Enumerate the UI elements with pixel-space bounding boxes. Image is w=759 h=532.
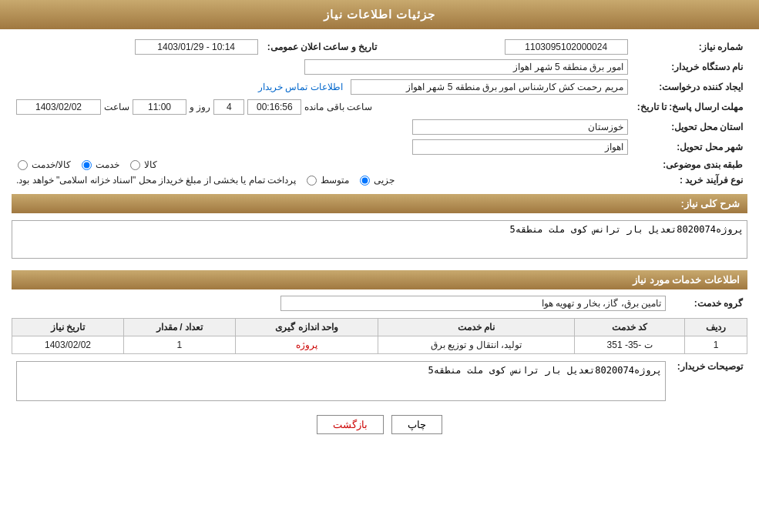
noefarayand-jozee-radio[interactable] [360,176,370,186]
ijadKonande-link[interactable]: اطلاعات تماس خریدار [258,82,343,92]
noefarayand-motovaset-label: متوسط [321,175,349,186]
khedmat-section-title: اطلاعات خدمات مورد نیاز [633,274,740,286]
tabaqe-khedmat-item: خدمت [80,159,119,170]
sharh-textarea[interactable] [12,220,747,259]
shahr-label: شهر محل تحویل: [633,137,747,157]
noefarayand-jozee-item: جزیی [358,175,395,186]
tosifat-textarea[interactable] [16,361,666,401]
grohe-khedmat-value: تامین برق، گاز، بخار و تهویه هوا [12,293,670,313]
tosifat-label: توصیحات خریدار: [670,359,747,406]
page-wrapper: جزئیات اطلاعات نیاز شماره نیاز: 11030951… [0,0,759,532]
row-shahr: شهر محل تحویل: اهواز [12,137,747,157]
tabaqe-kala-radio[interactable] [130,160,140,170]
noefarayand-motovaset-radio[interactable] [307,176,317,186]
cell-vahed: پروژه [235,336,378,354]
namDastgah-value: امور برق منطقه 5 شهر اهواز [12,57,633,77]
buttons-row: چاپ بازگشت [12,415,747,434]
tabaqe-kala-label: کالا [144,159,157,170]
tabaqe-kala-item: کالا [129,159,157,170]
khedmat-section-header: اطلاعات خدمات مورد نیاز [12,270,747,289]
ostan-input: خوزستان [412,119,628,135]
tabaqe-kala-khedmat-label: کالا/خدمت [32,159,71,170]
mohlat-days: 4 [213,99,244,115]
col-radif: ردیف [685,319,747,336]
service-table-body: 1 ت -35- 351 تولید، انتقال و توزیع برق پ… [12,336,747,354]
tabaqe-value: کالا/خدمت خدمت کالا [12,157,633,172]
row-tabaqe: طبقه بندی موضوعی: کالا/خدمت خدمت کالا [12,157,747,172]
tarikh-input: 1403/01/29 - 10:14 [135,39,258,55]
shomareNiaz-input: 1103095102000024 [505,39,628,55]
sharh-content [12,217,747,264]
grohe-khedmat-label: گروه خدمت: [670,293,747,313]
mohlat-time-label: ساعت [104,102,129,112]
row-mohlat: مهلت ارسال پاسخ: تا تاریخ: 1403/02/02 سا… [12,97,747,117]
main-content: شماره نیاز: 1103095102000024 تاریخ و ساع… [0,29,759,451]
namDastgah-input: امور برق منطقه 5 شهر اهواز [304,59,628,75]
back-button[interactable]: بازگشت [317,415,384,434]
table-row: 1 ت -35- 351 تولید، انتقال و توزیع برق پ… [12,336,747,354]
tabaqe-radio-group: کالا/خدمت خدمت کالا [16,159,628,170]
row-tosifat: توصیحات خریدار: [12,359,747,406]
tabaqe-kala-khedmat-radio[interactable] [18,160,28,170]
shahr-value: اهواز [12,137,633,157]
page-header: جزئیات اطلاعات نیاز [0,0,759,29]
cell-name: تولید، انتقال و توزیع برق [378,336,575,354]
ijadKonande-value: مریم رحمت کش کارشناس امور برق منطقه 5 شه… [12,77,633,97]
shomareNiaz-label: شماره نیاز: [633,37,747,57]
mohlat-day-label: روز و [190,102,210,112]
mohlat-label: مهلت ارسال پاسخ: تا تاریخ: [633,97,747,117]
tarikh-value: 1403/01/29 - 10:14 [12,37,263,57]
shomareNiaz-value: 1103095102000024 [381,37,633,57]
noefarayand-jozee-label: جزیی [374,175,395,186]
tabaqe-khedmat-label: خدمت [96,159,119,170]
cell-kod: ت -35- 351 [575,336,685,354]
tosifat-table: توصیحات خریدار: [12,359,747,406]
mohlat-time: 11:00 [133,99,186,115]
info-table: شماره نیاز: 1103095102000024 تاریخ و ساع… [12,37,747,188]
service-table: ردیف کد خدمت نام خدمت واحد اندازه گیری ت… [12,318,747,354]
tosifat-value [12,359,670,406]
noefarayand-motovaset-item: متوسط [305,175,349,186]
sharh-label: شرح کلی نیاز: [680,198,740,209]
noefarayand-note: پرداخت تمام یا بخشی از مبلغ خریداز محل "… [16,175,296,186]
mohlat-row: 1403/02/02 ساعت 11:00 روز و 4 00:16:56 س… [16,99,628,115]
cell-tedad: 1 [124,336,236,354]
mohlat-remaining-label: ساعت باقی مانده [304,102,372,112]
row-shomareNiaz: شماره نیاز: 1103095102000024 تاریخ و ساع… [12,37,747,57]
sharh-section-header: شرح کلی نیاز: [12,194,747,213]
col-kod: کد خدمت [575,319,685,336]
col-tarikh: تاریخ نیاز [12,319,124,336]
row-ostan: استان محل تحویل: خوزستان [12,117,747,137]
ostan-label: استان محل تحویل: [633,117,747,137]
cell-radif: 1 [685,336,747,354]
row-namDastgah: نام دستگاه خریدار: امور برق منطقه 5 شهر … [12,57,747,77]
tabaqe-kala-khedmat-item: کالا/خدمت [16,159,71,170]
col-tedad: تعداد / مقدار [124,319,236,336]
mohlat-value: 1403/02/02 ساعت 11:00 روز و 4 00:16:56 س… [12,97,633,117]
grohe-khedmat-input: تامین برق، گاز، بخار و تهویه هوا [280,296,666,311]
tarikh-label: تاریخ و ساعت اعلان عمومی: [263,37,381,57]
row-ijadKonande: ایجاد کننده درخواست: مریم رحمت کش کارشنا… [12,77,747,97]
col-vahed: واحد اندازه گیری [235,319,378,336]
cell-tarikh: 1403/02/02 [12,336,124,354]
tabaqe-khedmat-radio[interactable] [82,160,92,170]
noefarayand-label: نوع فرآیند خرید : [633,172,747,188]
print-button[interactable]: چاپ [391,415,442,434]
ijadKonande-label: ایجاد کننده درخواست: [633,77,747,97]
mohlat-remaining: 00:16:56 [247,99,301,115]
ostan-value: خوزستان [12,117,633,137]
noefarayand-value: پرداخت تمام یا بخشی از مبلغ خریداز محل "… [12,172,633,188]
page-title: جزئیات اطلاعات نیاز [324,8,435,21]
row-grohe-khedmat: گروه خدمت: تامین برق، گاز، بخار و تهویه … [12,293,747,313]
row-noefarayand: نوع فرآیند خرید : پرداخت تمام یا بخشی از… [12,172,747,188]
ijadKonande-input: مریم رحمت کش کارشناس امور برق منطقه 5 شه… [351,79,628,95]
grohe-khedmat-table: گروه خدمت: تامین برق، گاز، بخار و تهویه … [12,293,747,313]
noefarayand-group: پرداخت تمام یا بخشی از مبلغ خریداز محل "… [16,175,628,186]
service-table-head: ردیف کد خدمت نام خدمت واحد اندازه گیری ت… [12,319,747,336]
namDastgah-label: نام دستگاه خریدار: [633,57,747,77]
shahr-input: اهواز [412,139,628,155]
mohlat-date: 1403/02/02 [16,99,101,115]
tabaqe-label: طبقه بندی موضوعی: [633,157,747,172]
service-table-header-row: ردیف کد خدمت نام خدمت واحد اندازه گیری ت… [12,319,747,336]
col-name: نام خدمت [378,319,575,336]
